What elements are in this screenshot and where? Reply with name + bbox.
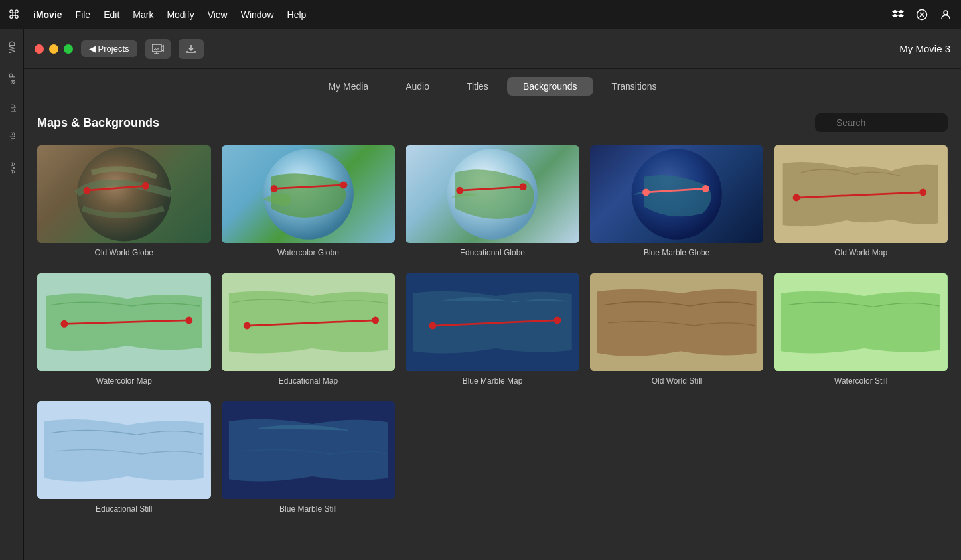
apple-menu[interactable]: ⌘ (8, 7, 20, 22)
thumb-educational-map (222, 273, 396, 371)
section-title: Maps & Backgrounds (37, 116, 159, 130)
label-watercolor-map: Watercolor Map (96, 376, 152, 385)
grid-item-old-world-map[interactable]: Old World Map (774, 145, 948, 257)
grid-item-blue-marble-globe[interactable]: Blue Marble Globe (590, 145, 764, 257)
label-educational-still: Educational Still (96, 504, 152, 514)
search-input[interactable] (815, 113, 948, 132)
sidebar-label-4: nts (8, 132, 16, 142)
thumb-watercolor-map (37, 273, 211, 371)
app-name[interactable]: iMovie (33, 9, 62, 20)
grid-item-watercolor-still[interactable]: Watercolor Still (774, 273, 948, 385)
grid-item-old-world-still[interactable]: Old World Still (590, 273, 764, 385)
media-browser-button[interactable] (145, 39, 171, 59)
minimize-button[interactable] (49, 44, 58, 54)
menu-file[interactable]: File (76, 9, 91, 20)
section-header: Maps & Backgrounds 🔍 (24, 104, 961, 139)
sidebar-label-5: eve (8, 162, 16, 174)
menu-view[interactable]: View (208, 9, 228, 20)
grid-item-educational-map[interactable]: Educational Map (222, 273, 396, 385)
menu-bar: ⌘ iMovie File Edit Mark Modify View Wind… (0, 0, 961, 29)
grid-area: Old World Globe (24, 139, 961, 560)
menu-mark[interactable]: Mark (133, 9, 153, 20)
label-watercolor-globe: Watercolor Globe (277, 248, 339, 257)
menu-help[interactable]: Help (287, 9, 307, 20)
user-icon[interactable] (938, 7, 953, 22)
left-sidebar: WD a P pp nts eve (0, 29, 24, 560)
svg-point-34 (554, 317, 561, 324)
svg-point-22 (920, 188, 927, 196)
tab-my-media[interactable]: My Media (309, 77, 387, 96)
thumb-blue-marble-map (406, 273, 579, 371)
label-educational-globe: Educational Globe (460, 248, 525, 257)
search-container: 🔍 (815, 113, 948, 132)
grid-item-blue-marble-map[interactable]: Blue Marble Map (406, 273, 579, 385)
svg-point-9 (270, 185, 277, 192)
dropbox-icon[interactable] (891, 7, 905, 22)
sidebar-label-3: pp (8, 104, 16, 112)
tab-backgrounds[interactable]: Backgrounds (507, 77, 593, 96)
label-old-world-still: Old World Still (652, 376, 702, 385)
label-watercolor-still: Watercolor Still (834, 376, 887, 385)
sidebar-label-1: WD (8, 41, 16, 53)
grid-item-old-world-globe[interactable]: Old World Globe (37, 145, 211, 257)
thumb-blue-marble-still (222, 401, 396, 499)
sidebar-label-2: a P (8, 73, 16, 84)
traffic-lights (35, 44, 73, 54)
thumb-educational-globe (406, 145, 579, 243)
menu-edit[interactable]: Edit (104, 9, 119, 20)
label-blue-marble-globe: Blue Marble Globe (644, 248, 709, 257)
grid-item-educational-still[interactable]: Educational Still (37, 401, 211, 514)
backgrounds-grid: Old World Globe (37, 145, 948, 514)
menubar-right-icons (891, 7, 953, 22)
thumb-educational-still (37, 401, 211, 499)
label-educational-map: Educational Map (279, 376, 338, 385)
svg-point-30 (372, 317, 379, 324)
svg-point-3 (77, 147, 171, 242)
svg-point-29 (243, 322, 250, 330)
close-button[interactable] (35, 44, 44, 54)
tab-transitions[interactable]: Transitions (593, 77, 676, 96)
menu-window[interactable]: Window (241, 9, 274, 20)
label-old-world-globe: Old World Globe (95, 248, 153, 257)
svg-point-25 (60, 320, 68, 328)
grid-item-blue-marble-still[interactable]: Blue Marble Still (222, 401, 396, 514)
sidebar-labels: WD a P pp nts eve (8, 35, 16, 180)
svg-point-33 (429, 322, 437, 330)
projects-button[interactable]: ◀ Projects (81, 40, 137, 57)
svg-point-5 (83, 187, 90, 194)
malwarebytes-icon[interactable] (915, 7, 929, 22)
svg-point-13 (456, 187, 463, 194)
thumb-watercolor-still (774, 273, 948, 371)
content-area: ◀ Projects My Movie 3 My Media (24, 29, 961, 560)
grid-item-educational-globe[interactable]: Educational Globe (406, 145, 579, 257)
thumb-blue-marble-globe (590, 145, 764, 243)
label-blue-marble-still: Blue Marble Still (279, 504, 337, 514)
maximize-button[interactable] (64, 44, 73, 54)
svg-point-26 (185, 317, 192, 324)
thumb-watercolor-globe (222, 145, 396, 243)
tab-titles[interactable]: Titles (448, 77, 507, 96)
svg-point-17 (642, 188, 650, 196)
menu-modify[interactable]: Modify (167, 9, 194, 20)
svg-point-6 (142, 182, 149, 190)
svg-rect-2 (152, 44, 161, 52)
svg-point-10 (340, 181, 347, 188)
toolbar: ◀ Projects My Movie 3 (24, 29, 961, 69)
tab-audio[interactable]: Audio (387, 77, 448, 96)
svg-point-1 (944, 11, 948, 15)
thumb-old-world-still (590, 273, 764, 371)
thumb-old-world-globe (37, 145, 211, 243)
label-blue-marble-map: Blue Marble Map (463, 376, 523, 385)
svg-point-18 (702, 185, 709, 192)
svg-point-21 (793, 194, 800, 202)
grid-item-watercolor-map[interactable]: Watercolor Map (37, 273, 211, 385)
movie-title: My Movie 3 (899, 43, 950, 54)
thumb-old-world-map (774, 145, 948, 243)
grid-item-watercolor-globe[interactable]: Watercolor Globe (222, 145, 396, 257)
svg-point-14 (520, 183, 527, 190)
main-area: WD a P pp nts eve ◀ Projects (0, 29, 961, 560)
tab-bar: My Media Audio Titles Backgrounds Transi… (24, 69, 961, 104)
import-button[interactable] (179, 39, 204, 59)
label-old-world-map: Old World Map (834, 248, 887, 257)
